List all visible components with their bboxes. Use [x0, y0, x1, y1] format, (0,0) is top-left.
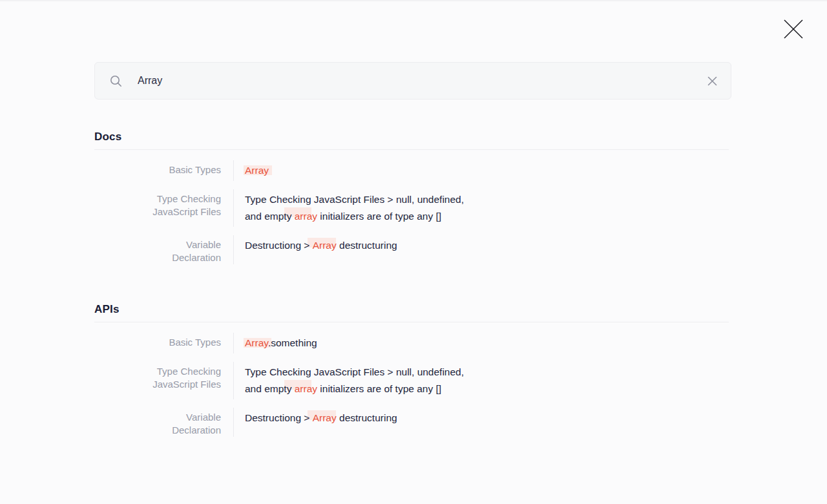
result-row[interactable]: Type CheckingJavaScript Files Type Check…	[94, 189, 729, 227]
result-snippet: Destructiong > Array destructuring	[233, 408, 397, 437]
result-snippet: Array	[233, 160, 269, 181]
result-category: Type CheckingJavaScript Files	[94, 189, 221, 227]
result-category: VariableDeclaration	[94, 408, 221, 437]
results-section: Docs Basic Types Array Type CheckingJava…	[94, 131, 729, 264]
section-title: APIs	[94, 303, 729, 316]
result-row[interactable]: Type CheckingJavaScript Files Type Check…	[94, 362, 729, 399]
results: Docs Basic Types Array Type CheckingJava…	[94, 131, 729, 437]
section-divider	[94, 149, 729, 150]
result-category: Type CheckingJavaScript Files	[94, 362, 221, 399]
search-match-highlight: Array	[313, 412, 337, 423]
close-button[interactable]	[779, 15, 808, 43]
results-section: APIs Basic Types Array.something Type Ch…	[94, 303, 729, 437]
result-snippet: Array.something	[233, 333, 317, 353]
result-category: Basic Types	[94, 160, 221, 181]
result-category: VariableDeclaration	[94, 235, 221, 264]
section-rows: Basic Types Array.something Type Checkin…	[94, 333, 729, 437]
clear-icon	[707, 76, 717, 86]
result-row[interactable]: VariableDeclaration Destructiong > Array…	[94, 408, 729, 437]
result-row[interactable]: Basic Types Array.something	[94, 333, 729, 353]
close-icon	[783, 19, 804, 39]
search-match-highlight: Array	[245, 165, 269, 176]
section-rows: Basic Types Array Type CheckingJavaScrip…	[94, 160, 729, 264]
result-snippet: Type Checking JavaScript Files > null, u…	[233, 362, 464, 399]
result-row[interactable]: VariableDeclaration Destructiong > Array…	[94, 235, 729, 264]
result-category: Basic Types	[94, 333, 221, 353]
search-bar	[94, 62, 731, 100]
result-row[interactable]: Basic Types Array	[94, 160, 729, 181]
clear-search-button[interactable]	[702, 71, 722, 90]
search-icon	[109, 74, 123, 88]
search-match-highlight: Array	[245, 337, 268, 348]
search-match-highlight: array	[295, 383, 317, 394]
result-snippet: Type Checking JavaScript Files > null, u…	[233, 189, 464, 227]
search-match-highlight: Array	[313, 240, 337, 251]
section-title: Docs	[94, 131, 729, 143]
section-divider	[94, 322, 729, 322]
search-match-highlight: array	[295, 211, 317, 222]
window-top-edge	[0, 0, 827, 1]
result-snippet: Destructiong > Array destructuring	[233, 235, 397, 264]
search-input[interactable]	[138, 75, 696, 87]
